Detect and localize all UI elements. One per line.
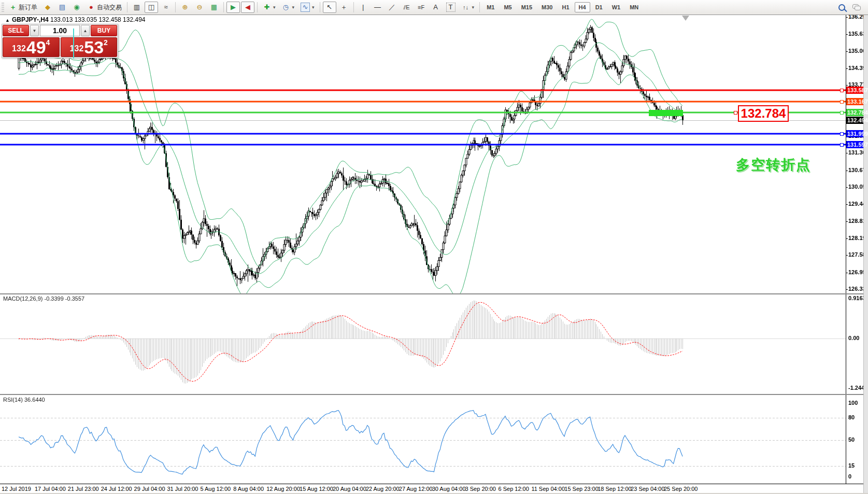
chart-title: ▲GBPJPY-,H4 133.013 133.035 132.458 132.… (5, 16, 145, 23)
timeframe-m15[interactable]: M15 (517, 2, 536, 12)
rsi-value: 36.6440 (24, 397, 45, 403)
date-label: 17 Jul 04:00 (35, 486, 66, 492)
clock-icon: ◷ (282, 3, 290, 11)
date-label: 27 Aug 12:00 (399, 486, 433, 492)
autotrade-icon: ● (87, 3, 95, 11)
bar-chart-button[interactable]: ▥ (130, 2, 144, 13)
auto-scroll-button[interactable]: ▶ (226, 2, 240, 13)
date-label: 12 Aug 20:00 (266, 486, 300, 492)
buy-button[interactable]: BUY (91, 25, 117, 36)
timeframe-w1[interactable]: W1 (608, 2, 625, 12)
tile-windows-button[interactable]: ▦ (207, 2, 221, 13)
date-label: 29 Jul 04:00 (134, 486, 165, 492)
chat-icon[interactable] (852, 4, 861, 10)
toolbar-grip[interactable] (2, 3, 4, 12)
tile-windows-icon: ▦ (210, 3, 218, 11)
rsi-name: RSI(14) (3, 397, 23, 403)
chart-canvas[interactable] (0, 0, 846, 494)
level-label-133.587[interactable]: 133.587 (846, 87, 863, 94)
time-axis[interactable]: 12 Jul 201917 Jul 04:0021 Jul 23:0024 Ju… (0, 484, 863, 493)
text-tool-button[interactable]: A (429, 2, 443, 13)
new-order-button[interactable]: ＋ 新订单 (6, 2, 40, 13)
price-tick-mark (846, 238, 848, 239)
buy-price-point: 2 (104, 39, 108, 46)
buy-price-pips: 53 (84, 39, 104, 55)
turning-point-text[interactable]: 多空转折点 (736, 156, 811, 174)
fibonacci-tool-button[interactable]: ≡F (415, 2, 428, 13)
volume-decrease-button[interactable]: ▼ (30, 25, 39, 36)
line-handle[interactable] (840, 111, 844, 115)
crosshair-tool-button[interactable]: ＋ (337, 2, 351, 13)
line-handle[interactable] (840, 132, 844, 136)
vertical-line-object[interactable] (73, 29, 74, 59)
line-handle[interactable] (840, 89, 844, 92)
toolbar: ＋ 新订单 ◆ ▤ ◉ ● 自动交易 ▥ ◫ ≈ ⊕ ⊖ ▦ ▶ ◀ ✚▾ ◷▾… (0, 0, 868, 15)
date-label: 3 Sep 20:00 (465, 486, 496, 492)
profile-button[interactable]: ▤ (55, 2, 69, 13)
annotation-handle[interactable] (734, 111, 737, 115)
line-handle[interactable] (840, 143, 844, 147)
timeframe-h4[interactable]: H4 (575, 2, 590, 12)
timeframe-m1[interactable]: M1 (482, 2, 499, 12)
highlight-zone[interactable] (649, 110, 683, 116)
label-tool-button[interactable]: T (444, 1, 458, 13)
level-label-131.597[interactable]: 131.597 (846, 141, 863, 148)
macd-label: MACD(12,26,9) -0.3399 -0.3557 (3, 295, 84, 302)
chart-window-button[interactable]: ◆ (41, 2, 54, 13)
chart-shift-button[interactable]: ◀ (241, 2, 254, 13)
period-button[interactable]: ◷▾ (279, 2, 297, 13)
add-indicator-button[interactable]: ✚▾ (260, 2, 278, 13)
level-label-132.784[interactable]: 132.784 (846, 109, 863, 116)
new-order-label: 新订单 (19, 3, 37, 12)
search-icon[interactable] (838, 4, 845, 11)
volume-increase-button[interactable]: ▲ (81, 25, 90, 36)
ohlc-readout: 133.013 133.035 132.458 132.494 (50, 16, 146, 23)
cursor-icon: ↖ (325, 3, 334, 11)
sell-price-button[interactable]: 132 49 4 (3, 37, 60, 57)
timeframe-m5[interactable]: M5 (500, 2, 516, 12)
toolbar-right (838, 4, 868, 11)
cursor-tool-button[interactable]: ↖ (323, 2, 336, 13)
zoom-in-button[interactable]: ⊕ (178, 2, 192, 13)
scroll-end-marker-icon[interactable] (682, 16, 689, 21)
indicators-list-button[interactable]: ∿▾ (298, 1, 317, 13)
level-label-133.167[interactable]: 133.167 (846, 98, 863, 105)
dropdown-caret-icon: ▾ (292, 5, 295, 10)
zoom-out-button[interactable]: ⊖ (193, 2, 206, 13)
timeframe-m30[interactable]: M30 (537, 2, 557, 12)
signals-button[interactable]: ◉ (70, 2, 83, 13)
rsi-scale-label: 0 (848, 473, 851, 479)
autotrade-button[interactable]: ● 自动交易 (84, 2, 124, 13)
channel-tool-button[interactable]: ⫽E (400, 2, 414, 13)
rsi-scale-label: 80 (848, 414, 855, 420)
pane-separator-macd[interactable] (0, 293, 868, 294)
toolbar-separator (223, 2, 224, 12)
line-chart-button[interactable]: ≈ (159, 2, 173, 13)
price-annotation-box[interactable]: 132.784 (738, 105, 789, 122)
current-price-label: 132.494 (846, 117, 863, 124)
date-label: 24 Jul 12:00 (101, 486, 132, 492)
autotrade-label: 自动交易 (97, 3, 122, 12)
sell-price-pips: 49 (26, 39, 46, 55)
level-label-131.999[interactable]: 131.999 (846, 130, 863, 137)
sell-button[interactable]: SELL (3, 25, 29, 36)
timeframe-mn[interactable]: MN (625, 2, 643, 12)
arrows-tool-button[interactable]: ↑↓▾ (459, 2, 477, 13)
date-label: 25 Sep 20:00 (664, 486, 698, 492)
pane-separator-rsi[interactable] (0, 394, 868, 395)
line-handle[interactable] (840, 100, 844, 104)
hline-tool-button[interactable]: — (371, 2, 385, 13)
buy-price-button[interactable]: 132 53 2 (61, 37, 118, 57)
candlestick-chart-button[interactable]: ◫ (145, 2, 158, 13)
trendline-tool-button[interactable]: ／ (386, 2, 399, 13)
auto-scroll-icon: ▶ (229, 3, 237, 11)
collapse-arrow-icon[interactable]: ▲ (5, 18, 10, 23)
fibonacci-icon: ≡F (417, 3, 425, 11)
toolbar-separator (175, 2, 176, 12)
zoom-out-icon: ⊖ (195, 3, 204, 11)
dropdown-caret-icon: ▾ (273, 5, 276, 10)
timeframe-d1[interactable]: D1 (591, 2, 607, 12)
timeframe-h1[interactable]: H1 (558, 2, 574, 12)
vline-tool-button[interactable]: | (357, 2, 370, 13)
text-icon: A (432, 3, 440, 11)
